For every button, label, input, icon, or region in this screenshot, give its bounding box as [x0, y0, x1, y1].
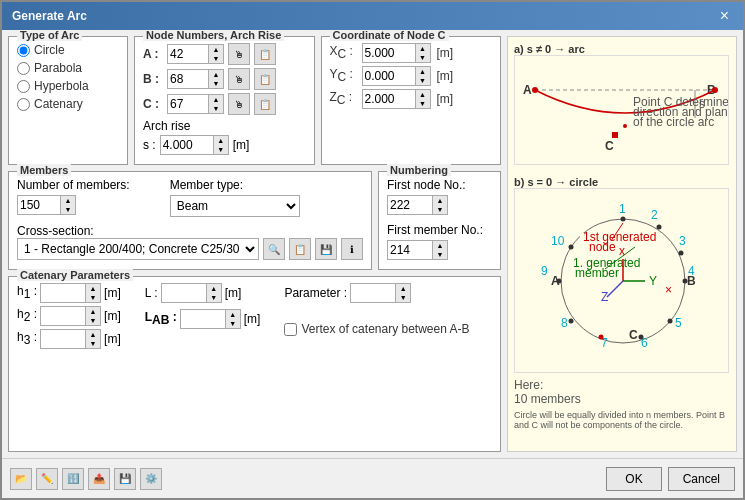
node-c-spinner[interactable]: 67 ▲ ▼ [167, 94, 224, 114]
param-spinner[interactable]: ▲ ▼ [350, 283, 411, 303]
cross-section-select[interactable]: 1 - Rectangle 200/400; Concrete C25/30 [17, 238, 259, 260]
h2-down[interactable]: ▼ [86, 316, 100, 325]
node-a-view-btn[interactable]: 📋 [254, 43, 276, 65]
l-spinner[interactable]: ▲ ▼ [161, 283, 222, 303]
node-b-spinner[interactable]: 68 ▲ ▼ [167, 69, 224, 89]
node-a-spinner[interactable]: 42 ▲ ▼ [167, 44, 224, 64]
vertex-checkbox-row[interactable]: Vertex of catenary between A-B [284, 322, 469, 336]
lab-spinner[interactable]: ▲ ▼ [180, 309, 241, 329]
h2-up[interactable]: ▲ [86, 307, 100, 316]
node-b-up[interactable]: ▲ [209, 70, 223, 79]
xc-input[interactable]: 5.000 [363, 44, 415, 62]
radio-hyperbola[interactable]: Hyperbola [17, 79, 119, 93]
l-up[interactable]: ▲ [207, 284, 221, 293]
close-button[interactable]: × [716, 7, 733, 25]
radio-circle[interactable]: Circle [17, 43, 119, 57]
yc-up[interactable]: ▲ [416, 67, 430, 76]
h3-down[interactable]: ▼ [86, 339, 100, 348]
first-node-input[interactable]: 222 [388, 196, 432, 214]
xc-spinner[interactable]: 5.000 ▲ ▼ [362, 43, 431, 63]
radio-parabola[interactable]: Parabola [17, 61, 119, 75]
first-node-up[interactable]: ▲ [433, 196, 447, 205]
l-down[interactable]: ▼ [207, 293, 221, 302]
param-input[interactable] [351, 284, 395, 302]
param-down[interactable]: ▼ [396, 293, 410, 302]
node-c-down[interactable]: ▼ [209, 104, 223, 113]
num-members-input-row: 150 ▲ ▼ [17, 195, 130, 215]
zc-down[interactable]: ▼ [416, 99, 430, 108]
radio-catenary-input[interactable] [17, 98, 30, 111]
cross-section-icon-btn3[interactable]: 💾 [315, 238, 337, 260]
param-up[interactable]: ▲ [396, 284, 410, 293]
node-b-down[interactable]: ▼ [209, 79, 223, 88]
bottom-icon-btn1[interactable]: 📂 [10, 468, 32, 490]
ok-button[interactable]: OK [606, 467, 661, 491]
node-b-input[interactable]: 68 [168, 70, 208, 88]
zc-up[interactable]: ▲ [416, 90, 430, 99]
h1-up[interactable]: ▲ [86, 284, 100, 293]
yc-spinner[interactable]: 0.000 ▲ ▼ [362, 66, 431, 86]
arch-s-spinner[interactable]: 4.000 ▲ ▼ [160, 135, 229, 155]
first-member-spinner[interactable]: 214 ▲ ▼ [387, 240, 448, 260]
h3-input[interactable] [41, 330, 85, 348]
arch-s-input[interactable]: 4.000 [161, 136, 213, 154]
bottom-icon-btn3[interactable]: 🔢 [62, 468, 84, 490]
first-member-up[interactable]: ▲ [433, 241, 447, 250]
cross-section-icon-btn4[interactable]: ℹ [341, 238, 363, 260]
bottom-icon-btn2[interactable]: ✏️ [36, 468, 58, 490]
node-c-view-btn[interactable]: 📋 [254, 93, 276, 115]
yc-down[interactable]: ▼ [416, 76, 430, 85]
dialog-window: Generate Arc × Type of Arc Circle [0, 0, 745, 500]
node-b-pick-btn[interactable]: 🖱 [228, 68, 250, 90]
type-section-title: Type of Arc [17, 30, 82, 41]
lab-up[interactable]: ▲ [226, 310, 240, 319]
lab-input[interactable] [181, 310, 225, 328]
zc-spinner[interactable]: 2.000 ▲ ▼ [362, 89, 431, 109]
h1-input[interactable] [41, 284, 85, 302]
members-section: Members Number of members: 150 ▲ [8, 171, 372, 270]
num-members-input[interactable]: 150 [18, 196, 60, 214]
first-node-down[interactable]: ▼ [433, 205, 447, 214]
radio-circle-input[interactable] [17, 44, 30, 57]
arch-s-down[interactable]: ▼ [214, 145, 228, 154]
node-a-down[interactable]: ▼ [209, 54, 223, 63]
h2-spinner[interactable]: ▲ ▼ [40, 306, 101, 326]
xc-up[interactable]: ▲ [416, 44, 430, 53]
h3-up[interactable]: ▲ [86, 330, 100, 339]
lab-down[interactable]: ▼ [226, 319, 240, 328]
node-c-up[interactable]: ▲ [209, 95, 223, 104]
cross-section-icon-btn1[interactable]: 🔍 [263, 238, 285, 260]
arch-s-up[interactable]: ▲ [214, 136, 228, 145]
first-member-input[interactable]: 214 [388, 241, 432, 259]
h3-spinner[interactable]: ▲ ▼ [40, 329, 101, 349]
cancel-button[interactable]: Cancel [668, 467, 735, 491]
vertex-checkbox[interactable] [284, 323, 297, 336]
bottom-icon-btn5[interactable]: 💾 [114, 468, 136, 490]
node-a-pick-btn[interactable]: 🖱 [228, 43, 250, 65]
bottom-icon-btn6[interactable]: ⚙️ [140, 468, 162, 490]
l-input[interactable] [162, 284, 206, 302]
num-members-down[interactable]: ▼ [61, 205, 75, 214]
radio-catenary[interactable]: Catenary [17, 97, 119, 111]
first-member-down[interactable]: ▼ [433, 250, 447, 259]
xc-label: XC : [330, 44, 358, 61]
radio-parabola-input[interactable] [17, 62, 30, 75]
xc-down[interactable]: ▼ [416, 53, 430, 62]
node-a-up[interactable]: ▲ [209, 45, 223, 54]
node-b-view-btn[interactable]: 📋 [254, 68, 276, 90]
h1-spinner[interactable]: ▲ ▼ [40, 283, 101, 303]
num-members-spinner[interactable]: 150 ▲ ▼ [17, 195, 76, 215]
node-c-pick-btn[interactable]: 🖱 [228, 93, 250, 115]
zc-input[interactable]: 2.000 [363, 90, 415, 108]
node-a-input[interactable]: 42 [168, 45, 208, 63]
radio-hyperbola-input[interactable] [17, 80, 30, 93]
bottom-icon-btn4[interactable]: 📤 [88, 468, 110, 490]
first-node-spinner[interactable]: 222 ▲ ▼ [387, 195, 448, 215]
member-type-select[interactable]: Beam Truss Cable [170, 195, 300, 217]
yc-input[interactable]: 0.000 [363, 67, 415, 85]
node-c-input[interactable]: 67 [168, 95, 208, 113]
cross-section-icon-btn2[interactable]: 📋 [289, 238, 311, 260]
num-members-up[interactable]: ▲ [61, 196, 75, 205]
h2-input[interactable] [41, 307, 85, 325]
h1-down[interactable]: ▼ [86, 293, 100, 302]
